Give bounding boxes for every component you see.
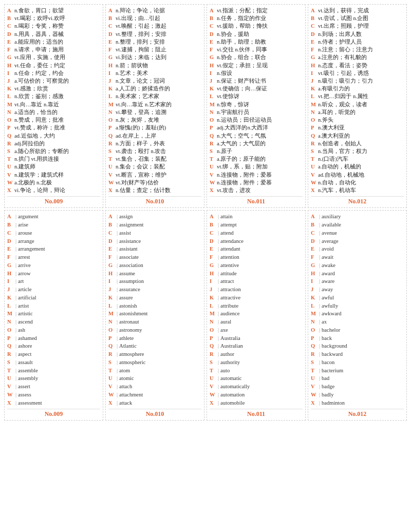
entry-text: vt.绑，系，贴；附加: [217, 163, 303, 170]
word-separator: |: [117, 286, 118, 294]
entry-letter: T: [108, 155, 116, 163]
entry-text: a.随心所欲的；专断的: [14, 147, 100, 155]
word-entry: J|assurance: [108, 286, 201, 294]
word-entry: U|assembly: [7, 374, 100, 383]
word-separator: |: [218, 391, 219, 399]
entry-text: a.有吸引力的: [318, 85, 404, 92]
word-separator: |: [117, 237, 118, 245]
word-separator: |: [319, 221, 320, 229]
entry-letter: P: [210, 124, 217, 131]
word-letter: G: [210, 261, 218, 270]
word-letter: S: [311, 358, 319, 367]
top-entry: Avt.达到，获得，完成: [311, 7, 404, 14]
entry-text: n.拱门 vt.用拱连接: [14, 155, 100, 163]
word-entry: G|attentive: [210, 261, 303, 270]
word-letter: R: [311, 350, 319, 358]
word-text: assume: [119, 270, 135, 278]
entry-text: adj.大西洋的n.大西洋: [217, 124, 303, 131]
word-text: awfully: [322, 302, 338, 310]
entry-text: ad.自动地，机械地: [318, 171, 404, 179]
word-letter: O: [210, 326, 218, 334]
entry-text: n.原子: [217, 147, 303, 155]
top-entry: Gn.协会，组合；联合: [210, 53, 303, 61]
word-letter: M: [108, 310, 117, 318]
entry-letter: L: [7, 92, 14, 100]
word-text: automatically: [220, 383, 250, 391]
top-entry: Cvt.出席；照顾，护理: [311, 22, 404, 30]
word-letter: I: [7, 277, 15, 286]
word-entry: S|authority: [210, 358, 303, 367]
top-entry: Mn.听众，观众，读者: [311, 101, 404, 108]
entry-letter: A: [210, 7, 217, 14]
word-entry: V|attach: [108, 383, 201, 391]
top-card-010: An.辩论；争论，论据Bvi.出现；由…引起Cvt.唤醒；引起；激起Dvt.整理…: [105, 4, 204, 208]
word-text: attract: [220, 277, 234, 286]
word-text: attend: [220, 229, 234, 237]
entry-text: vi.交往 n.伙伴，同事: [217, 46, 303, 53]
word-separator: |: [218, 318, 219, 326]
entry-letter: W: [7, 179, 14, 186]
entry-text: n.灰；灰烬，友堆: [116, 116, 201, 124]
top-entry: Ln.美术家；艺术家: [108, 92, 201, 100]
word-entry: H|assume: [108, 270, 201, 278]
entry-letter: X: [311, 186, 318, 194]
word-letter: V: [7, 383, 15, 391]
word-letter: U: [108, 374, 117, 383]
word-letter: U: [210, 374, 218, 383]
entry-letter: S: [311, 147, 318, 155]
top-entry: Xn.汽车，机动车: [311, 186, 404, 194]
top-entry: Hn.箭；箭状物: [108, 62, 201, 69]
word-separator: |: [319, 383, 320, 391]
bottom-card-009: A|argumentB|ariseC|arouseD|arrangeE|arra…: [4, 210, 103, 421]
entry-text: a.能应用的；适当的: [14, 38, 100, 46]
entry-text: n.任命；约定，约会: [14, 69, 100, 77]
word-entry: J|article: [7, 286, 100, 294]
word-text: automobile: [220, 399, 245, 407]
word-entry: J|away: [311, 286, 404, 294]
bottom-card-012: A|auxiliaryB|availableC|avenueD|averageE…: [308, 210, 407, 421]
word-letter: N: [311, 318, 319, 326]
entry-text: a.可估价的；可察觉的: [14, 77, 100, 85]
word-entry: X|badminton: [311, 399, 404, 407]
entry-text: vt.赞成，称许；批准: [14, 124, 100, 131]
word-separator: |: [15, 213, 16, 221]
top-entry: Mvt.向…靠近 n.靠近: [7, 101, 100, 108]
word-entry: O|ash: [7, 326, 100, 334]
word-text: backward: [322, 350, 343, 358]
entry-text: n.辩论；争论，论据: [116, 7, 201, 14]
entry-letter: M: [108, 101, 116, 108]
word-separator: |: [15, 245, 16, 253]
word-letter: O: [108, 326, 117, 334]
word-entry: F|arrest: [7, 253, 100, 261]
word-letter: B: [108, 221, 117, 229]
entry-letter: L: [108, 92, 116, 100]
word-entry: W|automation: [210, 391, 303, 399]
entry-letter: A: [311, 7, 318, 14]
top-entry: Nn.宇宙航行员: [210, 108, 303, 116]
word-separator: |: [319, 326, 320, 334]
word-entry: D|assistance: [108, 237, 201, 245]
top-entry: On.赞成，同意；批准: [7, 116, 100, 124]
entry-letter: O: [108, 116, 116, 124]
top-entry: Un.建筑师: [7, 163, 100, 170]
word-text: attach: [119, 383, 132, 391]
word-text: avenue: [322, 229, 337, 237]
word-letter: A: [210, 213, 218, 221]
entry-text: n.汽车，机动车: [318, 186, 404, 194]
word-letter: Q: [108, 342, 117, 350]
entry-text: vt.使惊讶: [217, 92, 303, 100]
word-text: awkward: [322, 310, 341, 318]
entry-text: ad.在岸上，上岸: [116, 132, 201, 140]
word-entry: B|assignment: [108, 221, 201, 229]
word-letter: E: [7, 245, 15, 253]
top-entry: Ta.原子的；原子能的: [210, 155, 303, 163]
top-card-009: An.食欲，胃口；欲望Bvt.喝彩；欢呼vi.欢呼Cn.喝彩；专奖，称赞Dn.用…: [4, 4, 103, 208]
word-text: away: [322, 286, 333, 294]
entry-letter: G: [108, 53, 116, 61]
top-entry: An.食欲，胃口；欲望: [7, 7, 100, 14]
top-entry: On.灰；灰烬，友堆: [108, 116, 201, 124]
top-card-012: Avt.达到，获得，完成Bvt.尝试，试图 n.企图Cvt.出席；照顾，护理Dn…: [308, 4, 407, 208]
top-entry: Cvt.援助，帮助；搀扶: [210, 22, 303, 30]
word-text: axe: [220, 326, 228, 334]
word-letter: V: [210, 383, 218, 391]
